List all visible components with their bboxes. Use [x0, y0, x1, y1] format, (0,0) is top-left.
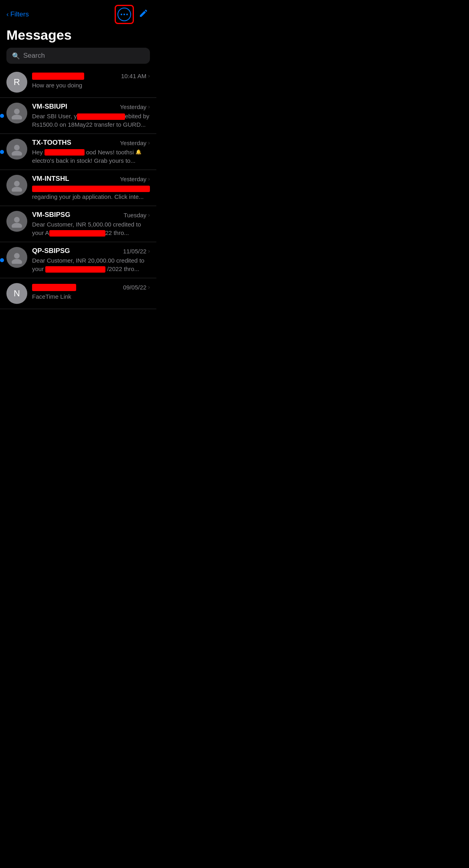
avatar: N: [6, 283, 27, 304]
message-time: Yesterday ›: [120, 103, 150, 110]
search-icon: 🔍: [12, 52, 20, 60]
svg-point-3: [12, 151, 22, 156]
chevron-right-icon: ›: [148, 248, 150, 254]
chevron-right-icon: ›: [148, 284, 150, 290]
list-item[interactable]: R 10:41 AM › How are you doing: [0, 67, 156, 98]
list-item[interactable]: N 09/05/22 › FaceTime Link: [0, 278, 156, 309]
message-time: 10:41 AM ›: [121, 73, 150, 79]
svg-point-4: [14, 181, 20, 186]
avatar: [6, 175, 27, 196]
avatar: [6, 103, 27, 123]
message-preview: regarding your job application. Click in…: [32, 184, 150, 201]
svg-point-1: [12, 115, 22, 119]
compose-button[interactable]: [137, 7, 150, 22]
sender-name: [32, 283, 76, 291]
svg-point-5: [12, 187, 22, 192]
message-content: TX-TOOTHS Yesterday › Heyood News! tooth…: [32, 139, 150, 165]
unread-indicator: [0, 114, 4, 118]
redacted-name-bar: [32, 73, 84, 80]
avatar: [6, 139, 27, 160]
avatar: [6, 247, 27, 268]
message-time: 11/05/22 ›: [123, 248, 150, 255]
sender-name: [32, 72, 84, 80]
list-item[interactable]: TX-TOOTHS Yesterday › Heyood News! tooth…: [0, 134, 156, 170]
svg-point-7: [12, 223, 22, 228]
message-content: VM-SBIPSG Tuesday › Dear Customer, INR 5…: [32, 211, 150, 237]
svg-point-2: [14, 145, 20, 150]
redacted-bar: [32, 186, 150, 192]
messages-list: R 10:41 AM › How are you doing: [0, 67, 156, 309]
message-preview: How are you doing: [32, 81, 150, 89]
message-content: 10:41 AM › How are you doing: [32, 72, 150, 89]
redacted-bar: [77, 113, 125, 120]
message-content: QP-SBIPSG 11/05/22 › Dear Customer, INR …: [32, 247, 150, 273]
chevron-right-icon: ›: [148, 103, 150, 110]
message-preview: Dear Customer, INR 20,000.00 credited to…: [32, 256, 150, 273]
chevron-right-icon: ›: [148, 176, 150, 182]
svg-point-8: [14, 253, 20, 259]
filters-button[interactable]: ‹ Filters: [6, 10, 29, 18]
chevron-left-icon: ‹: [6, 10, 9, 18]
avatar: [6, 211, 27, 232]
list-item[interactable]: QP-SBIPSG 11/05/22 › Dear Customer, INR …: [0, 242, 156, 278]
chevron-right-icon: ›: [148, 212, 150, 218]
svg-point-6: [14, 217, 20, 223]
more-circle-icon: [117, 8, 131, 21]
message-content: VM-SBIUPI Yesterday › Dear SBI User, yeb…: [32, 103, 150, 129]
redacted-bar: [45, 266, 105, 273]
message-content: VM-INTSHL Yesterday › regarding your job…: [32, 175, 150, 201]
search-bar[interactable]: 🔍 Search: [6, 48, 150, 64]
message-time: Yesterday ›: [120, 140, 150, 146]
unread-indicator: [0, 258, 4, 262]
sender-name: VM-SBIUPI: [32, 103, 67, 111]
unread-indicator: [0, 150, 4, 154]
message-preview: Dear Customer, INR 5,000.00 credited to …: [32, 220, 150, 237]
page-title: Messages: [6, 27, 150, 43]
filters-label: Filters: [10, 10, 29, 18]
search-placeholder: Search: [23, 52, 45, 60]
message-time: Tuesday ›: [123, 212, 150, 219]
mute-icon: 🔔: [135, 149, 142, 156]
svg-point-0: [14, 109, 20, 114]
chevron-right-icon: ›: [148, 73, 150, 79]
message-preview: Heyood News! toothsi 🔔 electro's back in…: [32, 148, 150, 165]
message-content: 09/05/22 › FaceTime Link: [32, 283, 150, 301]
list-item[interactable]: VM-SBIPSG Tuesday › Dear Customer, INR 5…: [0, 206, 156, 242]
avatar: R: [6, 72, 27, 93]
list-item[interactable]: VM-SBIUPI Yesterday › Dear SBI User, yeb…: [0, 98, 156, 134]
chevron-right-icon: ›: [148, 140, 150, 146]
more-options-button[interactable]: [115, 5, 134, 24]
svg-point-9: [12, 259, 22, 264]
list-item[interactable]: VM-INTSHL Yesterday › regarding your job…: [0, 170, 156, 206]
message-time: Yesterday ›: [120, 176, 150, 182]
message-preview: FaceTime Link: [32, 292, 150, 301]
sender-name: TX-TOOTHS: [32, 139, 71, 147]
nav-icons: [115, 5, 150, 24]
redacted-bar: [44, 149, 85, 156]
sender-name: VM-INTSHL: [32, 175, 69, 183]
message-time: 09/05/22 ›: [123, 284, 150, 291]
sender-name: QP-SBIPSG: [32, 247, 70, 255]
redacted-bar: [49, 230, 105, 237]
message-preview: Dear SBI User, yebited by Rs1500.0 on 18…: [32, 112, 150, 129]
sender-name: VM-SBIPSG: [32, 211, 70, 219]
redacted-name-bar: [32, 284, 76, 291]
